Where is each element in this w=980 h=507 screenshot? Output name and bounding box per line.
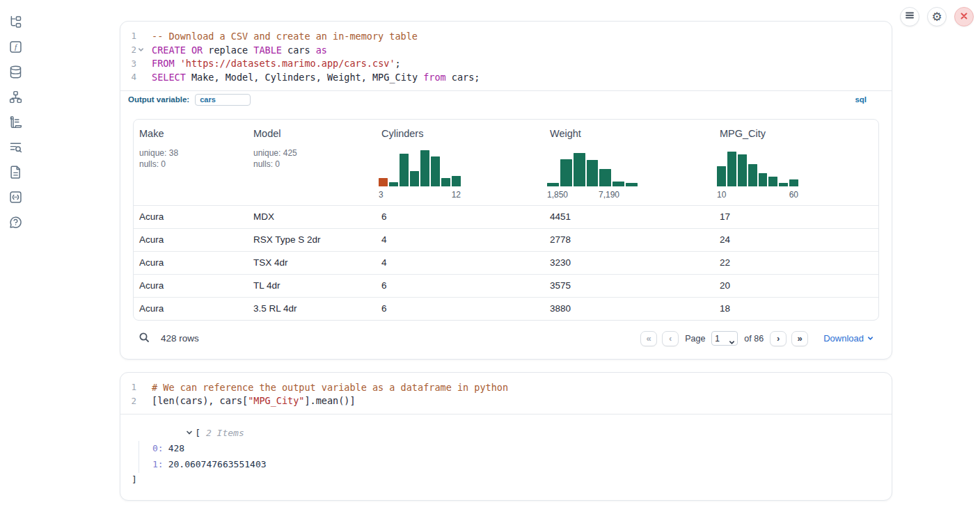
tree-entry: 1:20.060747663551403: [132, 456, 880, 472]
column-title: Make: [139, 128, 248, 139]
histogram-bar[interactable]: [441, 178, 450, 186]
python-cell: 1# We can reference the output variable …: [120, 372, 892, 501]
output-tree-entries: 0:4281:20.060747663551403: [132, 441, 880, 472]
code-line[interactable]: 4SELECT Make, Model, Cylinders, Weight, …: [127, 70, 892, 84]
code-line[interactable]: 2[len(cars), cars["MPG_City"].mean()]: [127, 394, 892, 408]
function-square-icon[interactable]: f: [8, 39, 23, 54]
line-number: 4: [127, 72, 136, 82]
document-icon[interactable]: [8, 164, 23, 179]
table-row[interactable]: AcuraRSX Type S 2dr4277824: [134, 228, 878, 251]
table-cell: 3880: [544, 298, 714, 320]
line-number: 1: [127, 31, 136, 41]
code-block-icon[interactable]: [8, 189, 23, 204]
histogram-bar[interactable]: [599, 169, 611, 186]
histogram-bar[interactable]: [779, 183, 788, 186]
histogram-bar[interactable]: [574, 153, 585, 186]
histogram-bar[interactable]: [452, 176, 461, 186]
scroll-log-icon[interactable]: [8, 114, 23, 129]
menu-button[interactable]: [900, 7, 919, 26]
table-cell: 24: [714, 229, 878, 251]
histogram-bar[interactable]: [789, 179, 798, 186]
histogram-bar[interactable]: [626, 183, 638, 186]
page-select[interactable]: 1: [711, 331, 738, 346]
file-tree-icon[interactable]: [8, 14, 23, 29]
first-page-button[interactable]: «: [640, 331, 657, 346]
gear-icon: ⚙: [931, 11, 942, 23]
download-button[interactable]: Download: [823, 333, 874, 344]
histogram-bar[interactable]: [379, 178, 388, 186]
table-cell: 22: [714, 252, 878, 274]
histogram-bar[interactable]: [431, 156, 440, 186]
previous-page-button[interactable]: ‹: [662, 331, 679, 346]
histogram-bar[interactable]: [727, 152, 736, 186]
tree-open-row[interactable]: [ 2 Items: [132, 425, 880, 440]
code-line[interactable]: 1-- Download a CSV and create an in-memo…: [127, 29, 892, 43]
fold-chevron-icon[interactable]: [136, 47, 145, 53]
output-variable-input[interactable]: [195, 94, 251, 106]
histogram-bar[interactable]: [748, 164, 757, 186]
histogram-bar[interactable]: [420, 150, 429, 186]
histogram-bar[interactable]: [547, 183, 559, 186]
table-cell: 2778: [544, 229, 714, 251]
histogram-bar[interactable]: [612, 182, 624, 186]
close-button[interactable]: [954, 7, 974, 26]
code-line[interactable]: 3FROM 'https://datasets.marimo.app/cars.…: [127, 56, 892, 70]
column-header-mpg_city[interactable]: MPG_City1060: [714, 128, 878, 205]
code-text: FROM 'https://datasets.marimo.app/cars.c…: [152, 58, 401, 69]
next-page-button[interactable]: ›: [770, 331, 787, 346]
column-header-weight[interactable]: Weight1,8507,190: [544, 128, 714, 205]
histogram-bar[interactable]: [560, 159, 572, 186]
histogram-bar[interactable]: [400, 154, 409, 186]
last-page-button[interactable]: »: [791, 331, 808, 346]
help-chat-icon[interactable]: [8, 214, 23, 230]
table-cell: Acura: [134, 275, 248, 297]
histogram-bar[interactable]: [410, 171, 419, 186]
page-of-label: of 86: [744, 334, 764, 344]
code-text: [len(cars), cars["MPG_City"].mean()]: [152, 395, 356, 406]
data-table: Makeunique: 38nulls: 0Modelunique: 425nu…: [133, 119, 879, 321]
table-cell: 3575: [544, 275, 714, 297]
tree-entry-value: 428: [168, 443, 184, 453]
table-row[interactable]: Acura3.5 RL 4dr6388018: [134, 297, 878, 320]
tree-entry-value: 20.060747663551403: [168, 459, 267, 469]
table-cell: TL 4dr: [248, 275, 376, 297]
settings-button[interactable]: ⚙: [927, 7, 947, 26]
column-title: Weight: [550, 128, 714, 139]
table-cell: MDX: [248, 206, 376, 228]
code-line[interactable]: 2CREATE OR replace TABLE cars as: [127, 43, 892, 57]
table-row[interactable]: AcuraTL 4dr6357520: [134, 274, 878, 297]
histogram-mpg_city[interactable]: [717, 150, 798, 186]
table-cell: Acura: [134, 252, 248, 274]
dependency-graph-icon[interactable]: [8, 89, 23, 104]
code-line[interactable]: 1# We can reference the output variable …: [127, 380, 892, 394]
column-header-model[interactable]: Modelunique: 425nulls: 0: [248, 128, 376, 205]
open-bracket: [: [195, 428, 200, 438]
histogram-bar[interactable]: [738, 154, 747, 186]
table-cell: 6: [376, 206, 544, 228]
histogram-bar[interactable]: [768, 177, 777, 186]
column-stats: unique: 425nulls: 0: [253, 147, 376, 170]
items-count-label: 2 Items: [206, 428, 244, 438]
table-row[interactable]: AcuraTSX 4dr4323022: [134, 251, 878, 274]
histogram-bar[interactable]: [389, 182, 398, 186]
histogram-bar[interactable]: [717, 166, 726, 186]
tree-guide-line: [139, 441, 139, 473]
python-code-editor[interactable]: 1# We can reference the output variable …: [120, 373, 892, 414]
column-header-cylinders[interactable]: Cylinders312: [376, 128, 544, 205]
code-text: -- Download a CSV and create an in-memor…: [152, 31, 418, 42]
database-icon[interactable]: [8, 64, 23, 79]
row-count: 428 rows: [161, 333, 199, 344]
line-number: 3: [127, 58, 136, 69]
histogram-cylinders[interactable]: [379, 150, 461, 186]
histogram-bar[interactable]: [759, 173, 768, 186]
histogram-weight[interactable]: [547, 150, 638, 186]
code-text: # We can reference the output variable a…: [152, 382, 508, 393]
column-header-make[interactable]: Makeunique: 38nulls: 0: [134, 128, 248, 205]
histogram-bar[interactable]: [587, 160, 599, 186]
table-row[interactable]: AcuraMDX6445117: [134, 205, 878, 228]
pagination: « ‹ Page 1 of 86 › »: [640, 331, 808, 346]
sql-code-editor[interactable]: 1-- Download a CSV and create an in-memo…: [120, 22, 892, 90]
python-output-tree: [ 2 Items 0:4281:20.060747663551403 ]: [120, 415, 892, 500]
search-icon[interactable]: [139, 332, 150, 346]
list-search-icon[interactable]: [8, 139, 23, 154]
